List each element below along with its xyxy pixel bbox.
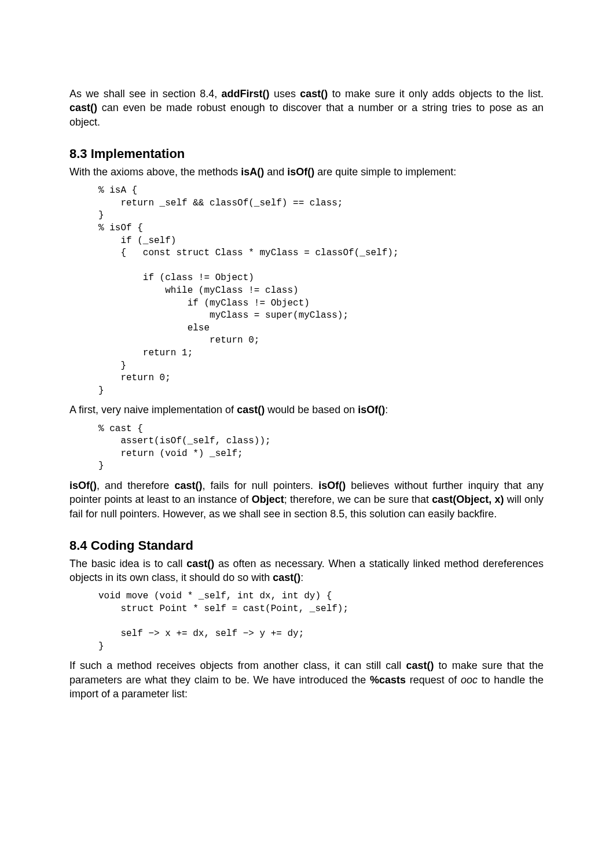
bold-cast: cast() (300, 88, 328, 100)
text: The basic idea is to call (69, 558, 186, 569)
heading-8-3-implementation: 8.3 Implementation (69, 146, 544, 161)
bold-isof: isOf() (318, 480, 346, 491)
text: : (385, 404, 388, 415)
text: ; therefore, we can be sure that (284, 494, 432, 505)
text: to make sure it only adds objects to the… (328, 88, 544, 100)
bold-cast-object-x: cast(Object, x) (432, 494, 504, 505)
text: : (300, 572, 303, 583)
bold-cast: cast() (273, 572, 300, 583)
text: can even be made robust enough to discov… (69, 102, 544, 127)
bold-object: Object (252, 494, 284, 505)
code-block-cast: % cast { assert(isOf(_self, class)); ret… (98, 423, 544, 473)
bold-isof: isOf() (69, 480, 97, 491)
code-block-move: void move (void * _self, int dx, int dy)… (98, 590, 544, 653)
paragraph-8-3-naive: A first, very naive implementation of ca… (69, 403, 544, 417)
bold-casts: %casts (370, 674, 406, 686)
document-page: As we shall see in section 8.4, addFirst… (0, 0, 613, 740)
text: If such a method receives objects from a… (69, 660, 406, 671)
text: , fails for null pointers. (202, 480, 318, 491)
paragraph-8-4-intro: The basic idea is to call cast() as ofte… (69, 557, 544, 585)
text: With the axioms above, the methods (69, 166, 241, 178)
bold-cast: cast() (406, 660, 434, 671)
bold-addfirst: addFirst() (222, 88, 270, 100)
bold-cast: cast() (69, 102, 97, 113)
code-block-isa-isof: % isA { return _self && classOf(_self) =… (98, 185, 544, 397)
text: request of (406, 674, 461, 686)
text: As we shall see in section 8.4, (69, 88, 222, 100)
text: would be based on (265, 404, 358, 415)
text: A first, very naive implementation of (69, 404, 237, 415)
paragraph-8-4-receives: If such a method receives objects from a… (69, 659, 544, 701)
bold-isa: isA() (241, 166, 264, 178)
italic-ooc: ooc (461, 674, 478, 686)
heading-8-4-coding-standard: 8.4 Coding Standard (69, 538, 544, 553)
text: uses (270, 88, 300, 100)
text: and (264, 166, 287, 178)
bold-cast: cast() (237, 404, 265, 415)
paragraph-8-3-intro: With the axioms above, the methods isA()… (69, 165, 544, 179)
bold-cast: cast() (174, 480, 202, 491)
bold-isof: isOf() (287, 166, 314, 178)
paragraph-intro: As we shall see in section 8.4, addFirst… (69, 87, 544, 129)
paragraph-8-3-isof-fail: isOf(), and therefore cast(), fails for … (69, 479, 544, 521)
text: are quite simple to implement: (314, 166, 456, 178)
bold-isof: isOf() (358, 404, 385, 415)
bold-cast: cast() (186, 558, 214, 569)
text: , and therefore (97, 480, 174, 491)
